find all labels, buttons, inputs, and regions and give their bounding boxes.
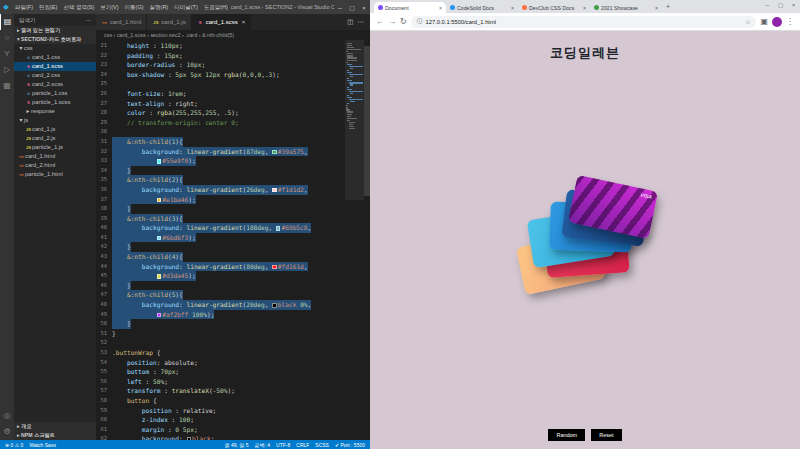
code-line[interactable]: 45 #d3da45);	[96, 271, 344, 281]
code-line[interactable]: 49 #af2bff 100%);	[96, 310, 344, 320]
statusbar-item[interactable]: ✔ Port : 5500	[335, 442, 365, 448]
browser-tab[interactable]: CodeSolid Docs×	[446, 2, 518, 13]
bookmark-star-icon[interactable]: ☆	[745, 19, 750, 25]
account-icon[interactable]: ◎	[0, 408, 14, 424]
code-lines[interactable]: 21 height : 110px;22 padding : 15px;23 b…	[96, 41, 344, 440]
code-line[interactable]: 30	[96, 127, 344, 137]
window-control[interactable]: ─	[761, 0, 774, 10]
code-line[interactable]: 27 text-align : right;	[96, 99, 344, 109]
editor-action-icon[interactable]: ⋯	[356, 18, 367, 25]
menu-item[interactable]: 실행(R)	[147, 4, 172, 10]
code-line[interactable]: 54 position: absolute;	[96, 358, 344, 368]
menu-item[interactable]: 선택 영역(S)	[60, 4, 97, 10]
menu-item[interactable]: 보기(V)	[97, 4, 121, 10]
close-icon[interactable]: ×	[439, 5, 442, 11]
window-control[interactable]: ×	[358, 5, 370, 11]
window-control[interactable]: ▢	[346, 4, 358, 11]
code-line[interactable]: 57 transform : translateX(-50%);	[96, 386, 344, 396]
code-line[interactable]: 39 &:nth-child(3){	[96, 214, 344, 224]
code-line[interactable]: 43 &:nth-child(4){	[96, 252, 344, 262]
window-control[interactable]: ▢	[774, 0, 787, 10]
code-line[interactable]: 51}	[96, 329, 344, 339]
code-line[interactable]: 52	[96, 338, 344, 348]
tree-item-card_2.scss[interactable]: Scard_2.scss	[14, 80, 96, 89]
code-line[interactable]: 48 background: linear-gradient(20deg, bl…	[96, 300, 344, 310]
close-icon[interactable]: ×	[583, 5, 586, 11]
close-icon[interactable]: ×	[511, 5, 514, 11]
code-line[interactable]: 53.buttonWrap {	[96, 348, 344, 358]
code-line[interactable]: 55 bottom : 70px;	[96, 367, 344, 377]
code-line[interactable]: 58 button {	[96, 396, 344, 406]
code-line[interactable]: 61 margin : 0 5px;	[96, 425, 344, 435]
open-editors-header[interactable]: ▸ 열려 있는 편집기	[14, 26, 96, 35]
sidebar-section[interactable]: ▸ 개요	[14, 422, 96, 431]
code-line[interactable]: 22 padding : 15px;	[96, 51, 344, 61]
code-line[interactable]: 31 &:nth-child(1){	[96, 137, 344, 147]
extensions-icon[interactable]: ▦	[0, 78, 14, 94]
browser-tab[interactable]: DevClub CSS Docs×	[518, 2, 590, 13]
page-button-reset[interactable]: Reset	[591, 429, 621, 441]
more-actions-icon[interactable]: ⋯	[86, 14, 92, 26]
tree-item-response[interactable]: ▸response	[14, 107, 96, 116]
profile-avatar[interactable]	[772, 17, 782, 27]
code-line[interactable]: 62 background: black;	[96, 434, 344, 440]
new-tab-button[interactable]: +	[666, 3, 670, 10]
breadcrumb[interactable]: css › card_1.scss › section.sec2 › .card…	[96, 30, 370, 40]
tree-item-card_1.scss[interactable]: Scard_1.scss	[14, 62, 96, 71]
source-control-icon[interactable]: Y	[0, 46, 14, 62]
code-line[interactable]: 28 color : rgba(255,255,255, .5);	[96, 108, 344, 118]
browser-tab[interactable]: Document×	[374, 2, 446, 13]
minimap-slider[interactable]	[345, 40, 364, 200]
menu-item[interactable]: 편집(E)	[36, 4, 60, 10]
forward-icon[interactable]: →	[388, 17, 396, 26]
browser-menu-icon[interactable]: ⋮	[786, 17, 794, 26]
browser-tab[interactable]: 2021 Showcase×	[590, 2, 662, 13]
code-line[interactable]: 40 background: linear-gradient(108deg, #…	[96, 223, 344, 233]
tree-item-particle_1.css[interactable]: #particle_1.css	[14, 89, 96, 98]
code-editor[interactable]: 21 height : 110px;22 padding : 15px;23 b…	[96, 40, 370, 440]
code-line[interactable]: 32 background: linear-gradient(87deg, #3…	[96, 147, 344, 157]
code-line[interactable]: 23 border-radius : 10px;	[96, 60, 344, 70]
tree-item-particle_1.html[interactable]: <>particle_1.html	[14, 170, 96, 179]
code-line[interactable]: 35 &:nth-child(2){	[96, 175, 344, 185]
code-line[interactable]: 21 height : 110px;	[96, 41, 344, 51]
code-line[interactable]: 50 }	[96, 319, 344, 329]
menu-item[interactable]: 도움말(H)	[201, 4, 231, 10]
statusbar-item[interactable]: Watch Sass	[29, 442, 56, 448]
menu-item[interactable]: 터미널(T)	[171, 4, 201, 10]
tree-item-js[interactable]: ▾js	[14, 116, 96, 125]
code-line[interactable]: 42 }	[96, 242, 344, 252]
debug-icon[interactable]: ▷	[0, 62, 14, 78]
code-line[interactable]: 37 #e1ba46);	[96, 195, 344, 205]
statusbar-item[interactable]: SCSS	[315, 442, 329, 448]
editor-tab[interactable]: Scard_1.scss×	[192, 14, 252, 30]
statusbar-item[interactable]: 줄 49, 열 5	[225, 442, 249, 448]
code-line[interactable]: 25	[96, 79, 344, 89]
editor-tab[interactable]: <>card_1.html	[96, 14, 147, 30]
code-line[interactable]: 38 }	[96, 204, 344, 214]
tree-item-particle_1.js[interactable]: JSparticle_1.js	[14, 143, 96, 152]
site-info-icon[interactable]: ⓘ	[417, 17, 423, 26]
menu-item[interactable]: 이동(G)	[122, 4, 147, 10]
explorer-icon[interactable]: ▤	[0, 14, 14, 30]
code-line[interactable]: 41 #6bd6f3);	[96, 233, 344, 243]
tree-item-card_2.js[interactable]: JScard_2.js	[14, 134, 96, 143]
statusbar-item[interactable]: ⊗ 0 ⚠ 0	[5, 442, 23, 448]
reload-icon[interactable]: ↻	[400, 17, 407, 26]
settings-icon[interactable]: ⚙	[0, 424, 14, 440]
tree-item-card_1.html[interactable]: <>card_1.html	[14, 152, 96, 161]
statusbar-item[interactable]: 공백: 4	[255, 442, 271, 448]
window-control[interactable]: ─	[334, 5, 346, 11]
code-line[interactable]: 47 &:nth-child(5){	[96, 290, 344, 300]
code-line[interactable]: 26 font-size: 1rem;	[96, 89, 344, 99]
minimap[interactable]	[345, 40, 364, 440]
code-line[interactable]: 24 box-shadow : 5px 5px 12px rgba(0,0,0,…	[96, 70, 344, 80]
extensions-icon[interactable]: ▣	[760, 17, 768, 26]
tree-item-card_1.css[interactable]: #card_1.css	[14, 53, 96, 62]
project-header[interactable]: ▾ SECTION2-카드 호버효과	[14, 35, 96, 44]
menu-item[interactable]: 파일(F)	[12, 4, 36, 10]
page-button-random[interactable]: Random	[548, 429, 585, 441]
tree-item-particle_1.scss[interactable]: Sparticle_1.scss	[14, 98, 96, 107]
close-icon[interactable]: ×	[655, 5, 658, 11]
code-line[interactable]: 59 position : relative;	[96, 406, 344, 416]
